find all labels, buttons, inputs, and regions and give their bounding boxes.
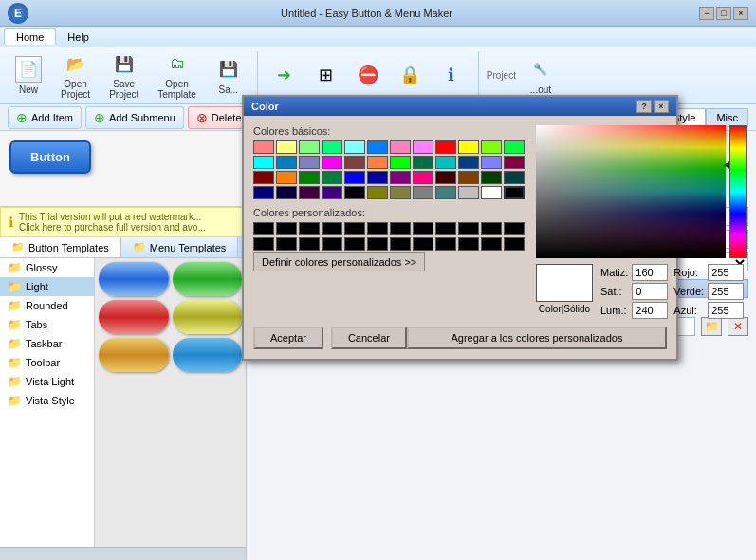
basic-color-swatch[interactable] (367, 186, 388, 199)
ok-button[interactable]: Aceptar (253, 327, 323, 349)
basic-color-swatch[interactable] (367, 156, 388, 169)
custom-color-swatch[interactable] (322, 222, 342, 235)
lum-input[interactable]: 240 (632, 302, 668, 319)
basic-color-swatch[interactable] (413, 156, 433, 169)
custom-section: Colores personalizados: (253, 207, 525, 251)
color-preview-box (536, 264, 593, 302)
basic-color-swatch[interactable] (481, 140, 502, 154)
custom-color-swatch[interactable] (322, 237, 342, 251)
basic-color-swatch[interactable] (504, 171, 525, 184)
basic-color-swatch[interactable] (344, 140, 365, 154)
basic-color-swatch[interactable] (344, 186, 365, 199)
basic-color-swatch[interactable] (322, 171, 342, 184)
spectrum-area (536, 125, 747, 258)
basic-color-swatch[interactable] (367, 171, 388, 184)
custom-color-swatch[interactable] (413, 237, 433, 251)
basic-color-swatch[interactable] (322, 186, 342, 199)
basic-color-swatch[interactable] (413, 171, 433, 184)
basic-color-swatch[interactable] (504, 156, 525, 169)
custom-color-swatch[interactable] (390, 222, 411, 235)
custom-color-swatch[interactable] (435, 237, 456, 251)
dialog-help-button[interactable]: ? (636, 100, 652, 113)
basic-color-swatch[interactable] (481, 156, 502, 169)
custom-color-swatch[interactable] (253, 222, 274, 235)
custom-colors-grid (253, 222, 525, 251)
basic-color-swatch[interactable] (435, 171, 456, 184)
define-colors-button[interactable]: Definir colores personalizados >> (253, 252, 425, 271)
basic-color-swatch[interactable] (367, 140, 388, 154)
custom-color-swatch[interactable] (481, 222, 502, 235)
basic-color-swatch[interactable] (322, 140, 342, 154)
custom-color-swatch[interactable] (413, 222, 433, 235)
custom-color-swatch[interactable] (344, 222, 365, 235)
basic-color-swatch[interactable] (253, 171, 274, 184)
custom-color-swatch[interactable] (276, 237, 297, 251)
basic-color-swatch[interactable] (504, 140, 525, 154)
hue-slider[interactable] (729, 125, 747, 258)
custom-color-swatch[interactable] (458, 222, 479, 235)
blue-input[interactable]: 255 (708, 302, 744, 319)
basic-color-swatch[interactable] (435, 140, 456, 154)
dialog-title-bar: Color ? × (244, 97, 676, 116)
basic-color-swatch[interactable] (504, 186, 525, 199)
add-custom-color-button[interactable]: Agregar a los colores personalizados (407, 327, 667, 349)
basic-color-swatch[interactable] (458, 140, 479, 154)
basic-color-swatch[interactable] (276, 140, 297, 154)
basic-color-swatch[interactable] (390, 171, 411, 184)
red-input[interactable]: 255 (708, 264, 744, 281)
custom-color-swatch[interactable] (481, 237, 502, 251)
dialog-body: Colores básicos: Colores personalizados:… (244, 116, 676, 359)
basic-color-swatch[interactable] (253, 186, 274, 199)
basic-color-swatch[interactable] (344, 156, 365, 169)
custom-color-swatch[interactable] (367, 222, 388, 235)
green-input[interactable]: 255 (708, 283, 744, 300)
hue-input[interactable]: 160 (632, 264, 668, 281)
color-fields: Matiz: 160 Rojo: 255 Sat.: 0 Verde: 255 … (600, 264, 746, 319)
spectrum-black-overlay (536, 125, 726, 258)
basic-color-swatch[interactable] (413, 140, 433, 154)
custom-color-swatch[interactable] (390, 237, 411, 251)
basic-color-swatch[interactable] (413, 186, 433, 199)
blue-label: Azul: (673, 305, 704, 316)
basic-color-swatch[interactable] (299, 186, 320, 199)
basic-color-swatch[interactable] (276, 156, 297, 169)
dialog-close-button[interactable]: × (654, 100, 669, 113)
color-preview-section: Color|Sólido (536, 264, 593, 314)
basic-colors-label: Colores básicos: (253, 125, 525, 137)
basic-color-swatch[interactable] (276, 171, 297, 184)
custom-color-swatch[interactable] (299, 222, 320, 235)
basic-color-swatch[interactable] (481, 171, 502, 184)
basic-color-swatch[interactable] (390, 156, 411, 169)
custom-color-swatch[interactable] (504, 222, 525, 235)
basic-color-swatch[interactable] (435, 156, 456, 169)
color-spectrum[interactable] (536, 125, 726, 258)
custom-color-swatch[interactable] (367, 237, 388, 251)
sat-input[interactable]: 0 (632, 283, 668, 300)
basic-color-swatch[interactable] (253, 156, 274, 169)
basic-color-swatch[interactable] (458, 171, 479, 184)
basic-color-swatch[interactable] (435, 186, 456, 199)
custom-color-swatch[interactable] (276, 222, 297, 235)
custom-color-swatch[interactable] (344, 237, 365, 251)
custom-color-swatch[interactable] (299, 237, 320, 251)
basic-color-swatch[interactable] (390, 186, 411, 199)
basic-color-swatch[interactable] (253, 140, 274, 154)
custom-color-swatch[interactable] (504, 237, 525, 251)
custom-color-swatch[interactable] (435, 222, 456, 235)
basic-color-swatch[interactable] (276, 186, 297, 199)
basic-color-swatch[interactable] (481, 186, 502, 199)
basic-color-swatch[interactable] (458, 186, 479, 199)
cancel-button[interactable]: Cancelar (331, 327, 407, 349)
basic-color-swatch[interactable] (299, 171, 320, 184)
basic-color-swatch[interactable] (458, 156, 479, 169)
basic-color-swatch[interactable] (390, 140, 411, 154)
red-label: Rojo: (673, 267, 704, 278)
color-inputs-area: Color|Sólido Matiz: 160 Rojo: 255 Sat.: … (536, 264, 747, 319)
basic-color-swatch[interactable] (344, 171, 365, 184)
green-label: Verde: (673, 286, 704, 297)
basic-color-swatch[interactable] (299, 140, 320, 154)
basic-color-swatch[interactable] (299, 156, 320, 169)
custom-color-swatch[interactable] (253, 237, 274, 251)
custom-color-swatch[interactable] (458, 237, 479, 251)
basic-color-swatch[interactable] (322, 156, 342, 169)
